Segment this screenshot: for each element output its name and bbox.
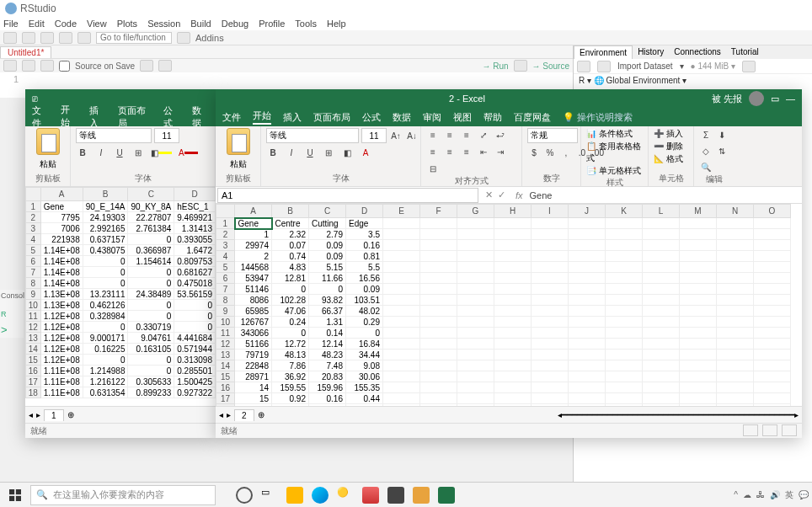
excel2-fill-button[interactable]: ◧ — [340, 146, 354, 159]
addins-button[interactable]: Addins — [195, 33, 224, 43]
app-red-icon[interactable] — [362, 487, 379, 504]
sheet-nav-prev[interactable]: ◂ — [29, 410, 33, 419]
excel2-tab-layout[interactable]: 页面布局 — [313, 111, 350, 124]
run-button[interactable]: Run — [493, 61, 508, 71]
font-color-button[interactable]: A — [178, 146, 199, 159]
system-tray[interactable]: ^ ☁ 🖧 🔊 英 💬 — [734, 489, 809, 501]
bold-button[interactable]: B — [76, 146, 89, 159]
load-workspace-button[interactable] — [577, 61, 590, 72]
autosum-icon[interactable]: Σ — [699, 128, 713, 141]
print-button[interactable] — [77, 32, 91, 44]
menu-code[interactable]: Code — [55, 19, 77, 29]
align-top-icon[interactable]: ≡ — [426, 128, 440, 141]
enter-formula-icon[interactable]: ✓ — [498, 189, 505, 200]
excel2-tab-insert[interactable]: 插入 — [283, 111, 302, 124]
name-box[interactable] — [217, 188, 478, 203]
source-tab-untitled1[interactable]: Untitled1* — [0, 46, 51, 58]
fill-icon[interactable]: ⬇ — [715, 128, 729, 141]
indent-inc-icon[interactable]: ⇥ — [494, 145, 507, 158]
excel2-grid[interactable]: ABCDEFGHIJKLMNO1GeneCentreCuttingEdge212… — [216, 204, 802, 406]
onedrive-icon[interactable]: ☁ — [743, 490, 751, 499]
chrome-icon[interactable]: 🟡 — [337, 487, 354, 504]
excel2-paste-icon[interactable] — [227, 128, 250, 155]
excel2-tab-baidu[interactable]: 百度网盘 — [514, 111, 551, 124]
tab-connections[interactable]: Connections — [669, 45, 726, 59]
currency-icon[interactable]: $ — [527, 146, 541, 159]
border-button[interactable]: ⊞ — [131, 146, 145, 159]
excel2-sheet-tab[interactable]: 2 — [234, 409, 254, 421]
excel1-grid[interactable]: ABCD1Gene90_E_14A90_KY_8AhESC_12779524.1… — [25, 187, 216, 406]
goto-input[interactable] — [96, 32, 172, 44]
find-select-icon[interactable]: 🔍 — [699, 160, 713, 173]
excel2-tab-view[interactable]: 视图 — [453, 111, 472, 124]
excel2-tab-home[interactable]: 开始 — [253, 109, 271, 125]
excel2-bold-button[interactable]: B — [266, 146, 280, 159]
underline-button[interactable]: U — [113, 146, 126, 159]
format-cells-button[interactable]: 📐 格式 — [654, 153, 683, 165]
excel2-titlebar[interactable]: 2 - Excel 被 先报 ▭ — — [216, 89, 802, 108]
new-file-button[interactable] — [3, 32, 17, 44]
tell-me-input[interactable]: 💡 操作说明搜索 — [563, 111, 633, 124]
explorer-icon[interactable] — [286, 487, 303, 504]
autosave-icon[interactable]: ⎚ — [32, 93, 38, 104]
clear-button[interactable] — [742, 61, 756, 72]
task-view-icon[interactable]: ▭ — [261, 487, 278, 504]
table-format-button[interactable]: 📋 套用表格格式 — [586, 141, 643, 164]
excel2-sheet-nav-prev[interactable]: ◂ — [219, 410, 223, 419]
find-icon[interactable] — [140, 60, 153, 72]
excel2-underline-button[interactable]: U — [303, 146, 317, 159]
menu-edit[interactable]: Edit — [29, 19, 45, 29]
excel2-paste-label[interactable]: 粘贴 — [230, 158, 247, 170]
ime-icon[interactable]: 英 — [785, 489, 793, 501]
tab-environment[interactable]: Environment — [574, 45, 633, 59]
align-bot-icon[interactable]: ≡ — [460, 128, 473, 141]
menu-profile[interactable]: Profile — [259, 19, 285, 29]
clear-icon[interactable]: ◇ — [699, 144, 713, 157]
align-mid-icon[interactable]: ≡ — [443, 128, 457, 141]
network-icon[interactable]: 🖧 — [756, 490, 765, 499]
start-button[interactable] — [3, 484, 27, 506]
menu-help[interactable]: Help — [327, 19, 346, 29]
page-layout-view-icon[interactable] — [762, 424, 777, 436]
excel2-user[interactable]: 被 先报 — [712, 93, 742, 105]
normal-view-icon[interactable] — [743, 424, 758, 436]
cell-styles-button[interactable]: 📑 单元格样式 — [586, 165, 641, 177]
console-tab[interactable]: Consol — [0, 290, 24, 302]
menu-file[interactable]: File — [3, 19, 19, 29]
shrink-font-icon[interactable]: A↓ — [405, 129, 419, 142]
excel2-tab-file[interactable]: 文件 — [222, 111, 241, 124]
cond-format-button[interactable]: 📊 条件格式 — [586, 128, 633, 140]
user-avatar-icon[interactable] — [749, 91, 764, 106]
menu-plots[interactable]: Plots — [117, 19, 137, 29]
source-button[interactable]: Source — [542, 61, 569, 71]
excel-taskbar-icon[interactable] — [438, 487, 455, 504]
indent-dec-icon[interactable]: ⇤ — [477, 145, 490, 158]
save-workspace-button[interactable] — [597, 61, 611, 72]
tab-tutorial[interactable]: Tutorial — [726, 45, 764, 59]
edge-icon[interactable] — [312, 487, 329, 504]
insert-cells-button[interactable]: ➕ 插入 — [654, 128, 683, 140]
excel2-tab-formulas[interactable]: 公式 — [362, 111, 381, 124]
percent-icon[interactable]: % — [543, 146, 557, 159]
save-source-button[interactable] — [40, 60, 54, 72]
taskbar-search[interactable]: 🔍 在这里输入你要搜索的内容 — [30, 485, 216, 505]
excel2-tab-help[interactable]: 帮助 — [483, 111, 502, 124]
grid-icon[interactable] — [177, 32, 190, 44]
cancel-formula-icon[interactable]: ✕ — [485, 189, 493, 200]
comma-icon[interactable]: , — [559, 146, 573, 159]
open-button[interactable] — [40, 32, 54, 44]
delete-cells-button[interactable]: ➖ 删除 — [654, 141, 683, 152]
fill-color-button[interactable]: ◧ — [150, 146, 173, 159]
cortana-icon[interactable] — [236, 487, 253, 504]
wrap-text-button[interactable]: ⮐ — [494, 128, 507, 141]
volume-icon[interactable]: 🔊 — [770, 490, 780, 499]
excel2-tab-review[interactable]: 审阅 — [423, 111, 441, 124]
number-format-select[interactable] — [527, 128, 578, 143]
italic-button[interactable]: I — [94, 146, 108, 159]
align-right-icon[interactable]: ≡ — [460, 145, 473, 158]
align-left-icon[interactable]: ≡ — [426, 145, 440, 158]
minimize-icon[interactable]: — — [786, 93, 795, 104]
wand-icon[interactable] — [158, 60, 172, 72]
fx-icon[interactable]: fx — [512, 190, 526, 200]
menu-session[interactable]: Session — [147, 19, 180, 29]
